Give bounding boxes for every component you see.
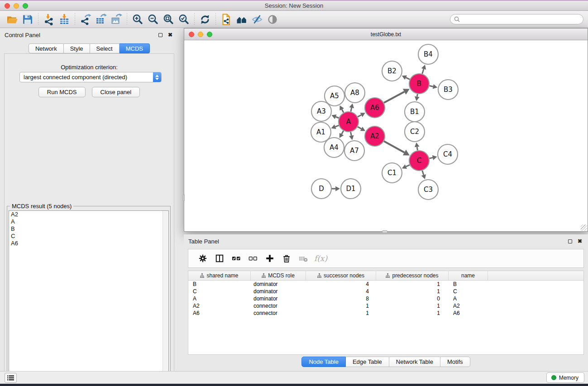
table-cell: dominator xyxy=(251,288,306,295)
table-cell: dominator xyxy=(251,295,306,302)
vertical-divider-grip[interactable] xyxy=(183,195,185,201)
table-row[interactable]: Cdominator41C xyxy=(188,288,583,295)
column-header-shared-name[interactable]: shared name xyxy=(188,271,251,280)
result-item[interactable]: A xyxy=(9,218,168,225)
export-image-button[interactable] xyxy=(109,12,124,27)
zoom-fit-button[interactable] xyxy=(161,12,176,27)
tab-node-table[interactable]: Node Table xyxy=(301,357,346,367)
column-header-predecessor-nodes[interactable]: predecessor nodes xyxy=(376,271,449,280)
table-close-button[interactable]: ✖ xyxy=(576,238,583,245)
zoom-selected-button[interactable] xyxy=(176,12,191,27)
table-toolbar: f(x) xyxy=(188,249,584,268)
graph-edge[interactable] xyxy=(336,117,339,118)
tab-network[interactable]: Network xyxy=(29,43,64,53)
graph-edge[interactable] xyxy=(422,69,424,74)
column-header-mcds-role[interactable]: MCDS role xyxy=(251,271,306,280)
export-network-button[interactable] xyxy=(78,12,93,27)
close-icon: ✖ xyxy=(168,32,172,38)
result-item[interactable]: A6 xyxy=(9,240,168,247)
first-neighbors-icon xyxy=(236,14,248,25)
new-network-from-selection-button[interactable] xyxy=(219,12,234,27)
graph-edge[interactable] xyxy=(430,86,433,87)
toolbar-separator xyxy=(75,13,75,26)
save-icon xyxy=(22,14,33,25)
graph-edge[interactable] xyxy=(358,115,361,117)
plus-icon xyxy=(265,254,274,263)
import-network-button[interactable] xyxy=(41,12,57,27)
network-canvas[interactable]: B4B2BB3A8A5A6B1A3AA1C2A2A4A7C4CC1C3DD1 xyxy=(184,40,588,231)
memory-button[interactable]: Memory xyxy=(546,372,584,383)
graph-edge[interactable] xyxy=(335,125,339,127)
tab-motifs[interactable]: Motifs xyxy=(440,357,470,367)
table-float-button[interactable] xyxy=(566,238,574,245)
show-all-button[interactable] xyxy=(265,12,280,27)
deselect-all-rows-button[interactable] xyxy=(244,250,261,267)
graph-edge[interactable] xyxy=(406,165,410,167)
graph-edge[interactable] xyxy=(351,108,352,111)
run-mcds-button[interactable]: Run MCDS xyxy=(38,87,86,97)
delete-table-button[interactable] xyxy=(295,250,311,267)
result-list-scrollbar[interactable] xyxy=(163,211,168,385)
first-neighbors-button[interactable] xyxy=(234,12,249,27)
network-window-titlebar[interactable]: testGlobe.txt xyxy=(184,29,588,40)
function-builder-button[interactable]: f(x) xyxy=(311,250,328,267)
close-panel-button-mcds[interactable]: Close panel xyxy=(92,87,140,97)
control-panel: Control Panel ✖ NetworkStyleSelectMCDS O… xyxy=(0,28,178,367)
task-history-button[interactable] xyxy=(5,373,17,383)
zoom-in-button[interactable] xyxy=(130,12,145,27)
tab-mcds[interactable]: MCDS xyxy=(120,43,150,53)
graph-edge[interactable] xyxy=(351,132,352,136)
search-field[interactable] xyxy=(450,14,583,24)
graph-edge[interactable] xyxy=(422,171,424,175)
open-session-button[interactable] xyxy=(5,12,20,27)
graph-edge[interactable] xyxy=(384,141,404,152)
result-item[interactable]: B xyxy=(9,225,168,233)
graph-edge[interactable] xyxy=(342,110,344,113)
tab-network-table[interactable]: Network Table xyxy=(389,357,440,367)
table-cell: connector xyxy=(251,310,306,317)
graph-edge[interactable] xyxy=(358,127,361,129)
mcds-result-list[interactable]: A2ABCA6 xyxy=(9,210,169,385)
search-input[interactable] xyxy=(462,16,579,23)
graph-edge-arrowhead xyxy=(349,135,354,140)
result-item[interactable]: C xyxy=(9,233,168,240)
import-table-button[interactable] xyxy=(57,12,72,27)
window-resize-grip-icon[interactable] xyxy=(581,224,587,231)
column-header-name[interactable]: name xyxy=(449,271,488,280)
result-item[interactable]: A2 xyxy=(9,211,168,218)
graph-edge[interactable] xyxy=(342,131,344,134)
optimization-criterion-select[interactable]: largest connected component (directed) xyxy=(19,72,162,82)
tab-edge-table[interactable]: Edge Table xyxy=(346,357,389,367)
close-panel-button[interactable]: ✖ xyxy=(167,31,174,38)
graph-edge[interactable] xyxy=(429,157,432,158)
table-row[interactable]: A2connector11A2 xyxy=(188,302,583,310)
add-column-button[interactable] xyxy=(261,250,278,267)
network-graph[interactable]: B4B2BB3A8A5A6B1A3AA1C2A2A4A7C4CC1C3DD1 xyxy=(184,40,588,231)
graph-node-label: B3 xyxy=(444,86,453,94)
delete-columns-button[interactable] xyxy=(278,250,295,267)
graph-edge[interactable] xyxy=(417,94,417,97)
save-session-button[interactable] xyxy=(20,12,35,27)
float-panel-button[interactable] xyxy=(157,31,164,38)
graph-node-label: A3 xyxy=(317,107,326,115)
zoom-out-button[interactable] xyxy=(145,12,161,27)
table-settings-button[interactable] xyxy=(194,250,211,267)
column-header-successor-nodes[interactable]: successor nodes xyxy=(306,271,376,280)
graph-node-label: A8 xyxy=(350,89,359,97)
horizontal-divider-grip[interactable] xyxy=(382,230,387,233)
table-row[interactable]: Bdominator41B xyxy=(188,281,583,288)
refresh-button[interactable] xyxy=(197,12,213,27)
table-row[interactable]: Adominator80A xyxy=(188,295,583,302)
tab-style[interactable]: Style xyxy=(64,43,90,53)
graph-node-label: A5 xyxy=(330,92,339,100)
graph-edge[interactable] xyxy=(417,147,417,150)
hide-selected-button[interactable] xyxy=(249,12,265,27)
tab-select[interactable]: Select xyxy=(90,43,120,53)
show-columns-button[interactable] xyxy=(211,250,228,267)
table-cell: A6 xyxy=(449,310,488,317)
graph-edge[interactable] xyxy=(384,92,404,103)
select-all-rows-button[interactable] xyxy=(228,250,244,267)
export-table-button[interactable] xyxy=(93,12,109,27)
table-row[interactable]: A6connector11A6 xyxy=(188,310,583,317)
graph-edge[interactable] xyxy=(406,77,410,79)
